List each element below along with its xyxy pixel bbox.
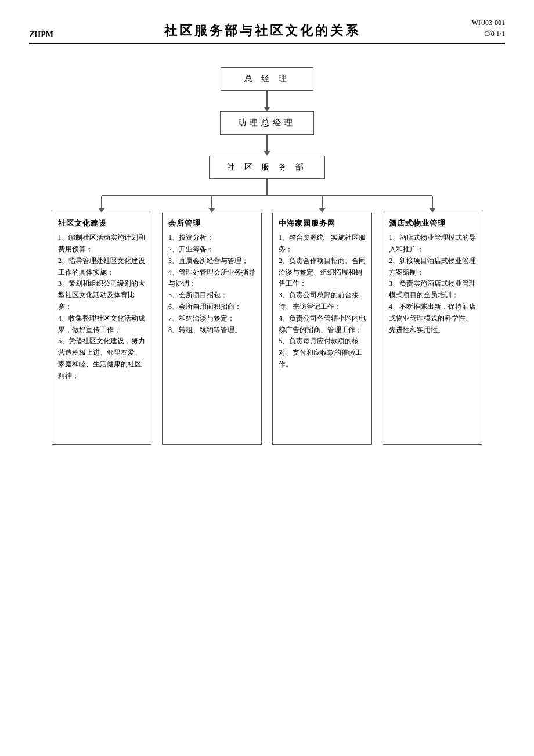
box-assistant-gm: 助理总经理: [220, 111, 314, 135]
leaf-content-2: 1、投资分析；2、开业筹备；3、直属会所经营与管理；4、管理处管理会所业务指导与…: [168, 232, 255, 336]
col-1: 社区文化建设 1、编制社区活动实施计划和费用预算；2、指导管理处社区文化建设工作…: [46, 196, 157, 445]
page-title: 社区服务部与社区文化的关系: [164, 22, 360, 39]
header-right: WI/J03-001 C/0 1/1: [472, 17, 505, 39]
col1-connector: [101, 196, 102, 208]
doc-version: C/0 1/1: [472, 28, 505, 39]
header: ZHPM 社区服务部与社区文化的关系 WI/J03-001 C/0 1/1: [29, 17, 505, 44]
leaf-content-3: 1、整合资源统一实施社区服务；2、负责合作项目招商、合同洽谈与签定、组织拓展和销…: [279, 232, 366, 370]
four-columns: 社区文化建设 1、编制社区活动实施计划和费用预算；2、指导管理处社区文化建设工作…: [46, 196, 488, 445]
col-3: 中海家园服务网 1、整合资源统一实施社区服务；2、负责合作项目招商、合同洽谈与签…: [267, 196, 377, 445]
connector-2: [266, 135, 268, 151]
leaf-box-2: 会所管理 1、投资分析；2、开业筹备；3、直属会所经营与管理；4、管理处管理会所…: [162, 213, 262, 445]
box-community-dept: 社 区 服 务 部: [209, 156, 325, 179]
arrow-1: [264, 107, 270, 111]
leaf-title-1: 社区文化建设: [58, 218, 145, 230]
col-4: 酒店式物业管理 1、酒店式物业管理模式的导入和推广；2、新接项目酒店式物业管理方…: [377, 196, 488, 445]
leaf-box-1: 社区文化建设 1、编制社区活动实施计划和费用预算；2、指导管理处社区文化建设工作…: [52, 213, 151, 445]
col2-connector: [211, 196, 212, 208]
box-general-manager: 总 经 理: [221, 67, 313, 91]
col4-arrow: [429, 208, 436, 213]
col3-connector: [322, 196, 323, 208]
connector-3: [266, 179, 268, 195]
col3-arrow: [319, 208, 326, 213]
arrow-2: [264, 151, 270, 156]
leaf-title-2: 会所管理: [168, 218, 255, 230]
orgchart: 总 经 理 助理总经理 社 区 服 务 部: [29, 62, 505, 445]
leaf-box-3: 中海家园服务网 1、整合资源统一实施社区服务；2、负责合作项目招商、合同洽谈与签…: [272, 213, 372, 445]
header-left: ZHPM: [29, 30, 53, 39]
leaf-title-3: 中海家园服务网: [279, 218, 366, 230]
col1-arrow: [98, 208, 105, 213]
leaf-content-4: 1、酒店式物业管理模式的导入和推广；2、新接项目酒店式物业管理方案编制；3、负责…: [389, 232, 476, 336]
branch-container: 社区文化建设 1、编制社区活动实施计划和费用预算；2、指导管理处社区文化建设工作…: [46, 195, 488, 445]
h-branch-line: [102, 195, 432, 196]
connector-1: [266, 91, 268, 107]
leaf-box-4: 酒店式物业管理 1、酒店式物业管理模式的导入和推广；2、新接项目酒店式物业管理方…: [383, 213, 482, 445]
col-2: 会所管理 1、投资分析；2、开业筹备；3、直属会所经营与管理；4、管理处管理会所…: [157, 196, 267, 445]
page: ZHPM 社区服务部与社区文化的关系 WI/J03-001 C/0 1/1 总 …: [0, 0, 534, 756]
col4-connector: [432, 196, 433, 208]
doc-code: WI/J03-001: [472, 17, 505, 28]
leaf-content-1: 1、编制社区活动实施计划和费用预算；2、指导管理处社区文化建设工作的具体实施；3…: [58, 232, 145, 381]
leaf-title-4: 酒店式物业管理: [389, 218, 476, 230]
col2-arrow: [208, 208, 215, 213]
